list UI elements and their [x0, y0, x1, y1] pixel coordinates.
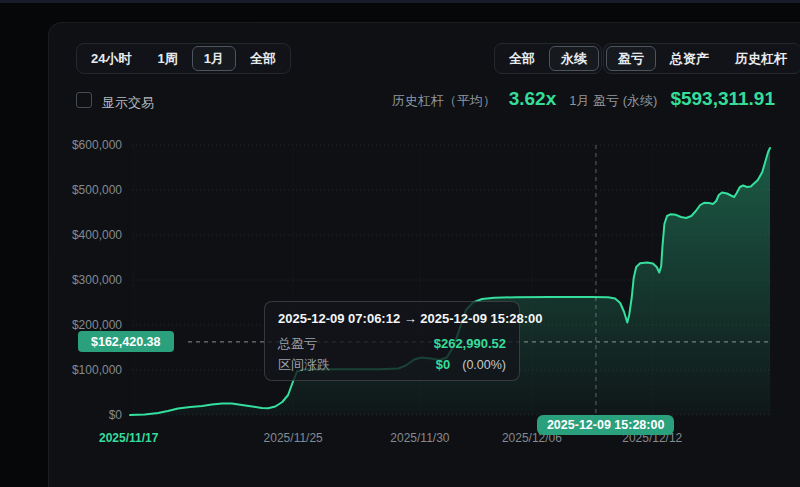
- metric-tab-group: 盈亏总资产历史杠杆: [603, 43, 800, 74]
- top-edge-strip: [0, 0, 800, 3]
- x-tick-label: 2025/11/30: [390, 431, 449, 445]
- x-tick-label: 2025/11/17: [99, 431, 158, 445]
- y-tick-label: $600,000: [0, 138, 122, 152]
- y-tick-label: $500,000: [0, 183, 122, 197]
- y-tick-label: $300,000: [0, 273, 122, 287]
- pnl-period-label: 1月 盈亏 (永续): [569, 92, 657, 110]
- chart-tooltip: 2025-12-09 07:06:12 → 2025-12-09 15:28:0…: [264, 301, 520, 381]
- y-tick-label: $200,000: [0, 318, 122, 332]
- tooltip-row-value: $0: [436, 357, 450, 372]
- market-tab-all[interactable]: 全部: [497, 46, 547, 71]
- show-trades-checkbox[interactable]: [76, 92, 92, 108]
- stats-row: 历史杠杆（平均） 3.62x 1月 盈亏 (永续) $593,311.91: [392, 88, 775, 110]
- leverage-avg-label: 历史杠杆（平均）: [392, 92, 496, 110]
- tooltip-row-value: $262,990.52: [434, 336, 506, 351]
- tooltip-time-range: 2025-12-09 07:06:12 → 2025-12-09 15:28:0…: [278, 311, 506, 326]
- range-tab-1m[interactable]: 1月: [192, 46, 236, 71]
- range-tab-24h[interactable]: 24小时: [79, 46, 143, 71]
- y-tick-label: $0: [0, 408, 122, 422]
- tooltip-row: 总盈亏$262,990.52: [278, 333, 506, 354]
- x-tick-label: 2025/11/25: [264, 431, 323, 445]
- range-tab-1w[interactable]: 1周: [145, 46, 189, 71]
- range-tab-all[interactable]: 全部: [238, 46, 288, 71]
- metric-tab-hist-leverage[interactable]: 历史杠杆: [723, 46, 799, 71]
- tooltip-row-suffix: (0.00%): [462, 358, 506, 372]
- time-range-tab-group: 24小时1周1月全部: [76, 43, 291, 74]
- y-tick-label: $400,000: [0, 228, 122, 242]
- pnl-period-value: $593,311.91: [670, 88, 775, 110]
- metric-tab-total-assets[interactable]: 总资产: [658, 46, 721, 71]
- crosshair-value-badge: $162,420.38: [78, 331, 174, 352]
- y-tick-label: $100,000: [0, 363, 122, 377]
- tooltip-row-label: 区间涨跌: [278, 354, 330, 375]
- leverage-avg-value: 3.62x: [509, 88, 557, 110]
- market-type-tab-group: 全部永续: [494, 43, 602, 74]
- crosshair-time-badge: 2025-12-09 15:28:00: [537, 415, 674, 435]
- metric-tab-pnl[interactable]: 盈亏: [606, 46, 656, 71]
- tooltip-row: 区间涨跌$0(0.00%): [278, 354, 506, 376]
- market-tab-perp[interactable]: 永续: [549, 46, 599, 71]
- show-trades-label: 显示交易: [102, 94, 154, 112]
- tooltip-row-label: 总盈亏: [278, 333, 317, 354]
- tooltip-rows: 总盈亏$262,990.52区间涨跌$0(0.00%): [278, 333, 506, 376]
